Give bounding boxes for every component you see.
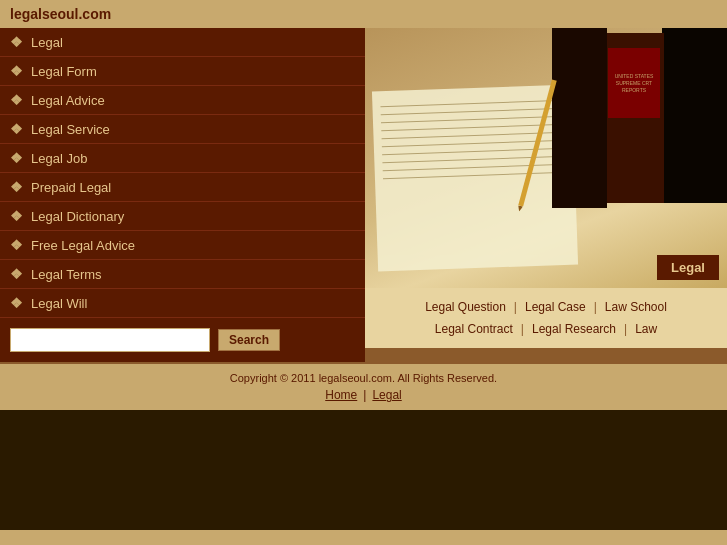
bottom-bar [0, 410, 727, 530]
sidebar: ❖ Legal ❖ Legal Form ❖ Legal Advice ❖ Le… [0, 28, 365, 362]
sidebar-item-legal[interactable]: ❖ Legal [0, 28, 365, 57]
search-input[interactable] [10, 328, 210, 352]
link-law-school[interactable]: Law School [605, 300, 667, 314]
bullet-icon: ❖ [10, 121, 23, 137]
separator-4: | [624, 322, 627, 336]
sidebar-label: Legal Advice [31, 93, 105, 108]
link-legal-research[interactable]: Legal Research [532, 322, 616, 336]
sidebar-label: Legal Service [31, 122, 110, 137]
sidebar-item-legal-dictionary[interactable]: ❖ Legal Dictionary [0, 202, 365, 231]
bullet-icon: ❖ [10, 63, 23, 79]
legal-badge: Legal [657, 255, 719, 280]
separator-2: | [594, 300, 597, 314]
links-row-2: Legal Contract | Legal Research | Law [375, 318, 717, 340]
sidebar-item-prepaid-legal[interactable]: ❖ Prepaid Legal [0, 173, 365, 202]
sidebar-item-legal-service[interactable]: ❖ Legal Service [0, 115, 365, 144]
sidebar-label: Legal [31, 35, 63, 50]
main-container: ❖ Legal ❖ Legal Form ❖ Legal Advice ❖ Le… [0, 28, 727, 362]
links-panel: Legal Question | Legal Case | Law School… [365, 288, 727, 348]
sidebar-label: Legal Form [31, 64, 97, 79]
bullet-icon: ❖ [10, 92, 23, 108]
sidebar-label: Free Legal Advice [31, 238, 135, 253]
sidebar-label: Legal Job [31, 151, 87, 166]
link-legal-contract[interactable]: Legal Contract [435, 322, 513, 336]
hero-image: UNITED STATESSUPREME CRTREPORTS Legal [365, 28, 727, 288]
sidebar-label: Legal Will [31, 296, 87, 311]
copyright-text: Copyright © 2011 legalseoul.com. All Rig… [8, 372, 719, 384]
sidebar-label: Legal Terms [31, 267, 102, 282]
sidebar-item-legal-form[interactable]: ❖ Legal Form [0, 57, 365, 86]
bullet-icon: ❖ [10, 295, 23, 311]
bullet-icon: ❖ [10, 208, 23, 224]
search-button[interactable]: Search [218, 329, 280, 351]
sidebar-item-free-legal-advice[interactable]: ❖ Free Legal Advice [0, 231, 365, 260]
bullet-icon: ❖ [10, 179, 23, 195]
link-legal-case[interactable]: Legal Case [525, 300, 586, 314]
link-law[interactable]: Law [635, 322, 657, 336]
links-row-1: Legal Question | Legal Case | Law School [375, 296, 717, 318]
sidebar-item-legal-job[interactable]: ❖ Legal Job [0, 144, 365, 173]
separator-3: | [521, 322, 524, 336]
sidebar-item-legal-advice[interactable]: ❖ Legal Advice [0, 86, 365, 115]
footer-link-legal[interactable]: Legal [372, 388, 401, 402]
footer-link-home[interactable]: Home [325, 388, 357, 402]
sidebar-item-legal-will[interactable]: ❖ Legal Will [0, 289, 365, 318]
page-wrapper: legalseoul.com ❖ Legal ❖ Legal Form ❖ Le… [0, 0, 727, 530]
right-panel: UNITED STATESSUPREME CRTREPORTS Legal Le… [365, 28, 727, 362]
footer: Copyright © 2011 legalseoul.com. All Rig… [0, 362, 727, 410]
site-title: legalseoul.com [10, 6, 111, 22]
bullet-icon: ❖ [10, 150, 23, 166]
footer-links: Home | Legal [8, 388, 719, 402]
search-area: Search [0, 318, 365, 362]
sidebar-label: Legal Dictionary [31, 209, 124, 224]
sidebar-item-legal-terms[interactable]: ❖ Legal Terms [0, 260, 365, 289]
separator-1: | [514, 300, 517, 314]
bullet-icon: ❖ [10, 266, 23, 282]
site-header: legalseoul.com [0, 0, 727, 28]
bullet-icon: ❖ [10, 237, 23, 253]
footer-separator: | [363, 388, 366, 402]
sidebar-label: Prepaid Legal [31, 180, 111, 195]
bullet-icon: ❖ [10, 34, 23, 50]
link-legal-question[interactable]: Legal Question [425, 300, 506, 314]
